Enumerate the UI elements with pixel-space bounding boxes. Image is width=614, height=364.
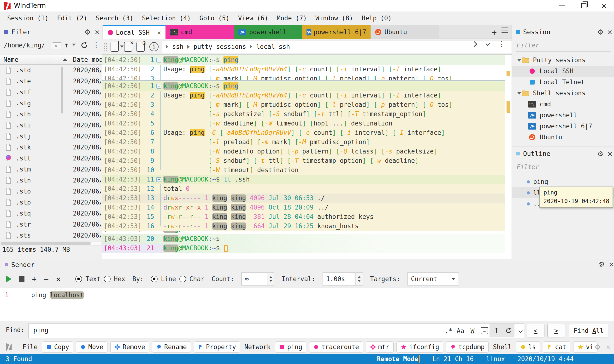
filer-column-header[interactable]: Name Date mod <box>0 55 102 65</box>
add-line-button[interactable]: + <box>32 275 36 283</box>
by-radio-char[interactable] <box>179 276 186 282</box>
command-button-cat[interactable]: cat <box>543 341 570 352</box>
column-date-modified[interactable]: Date mod <box>73 56 103 63</box>
up-directory-dropdown-icon[interactable] <box>72 44 76 46</box>
find-next-button[interactable]: > <box>547 324 565 338</box>
regex-icon[interactable]: .* <box>443 324 455 338</box>
menu-session[interactable]: Session (1) <box>4 13 52 23</box>
tab-cmd[interactable]: C:\_cmd <box>166 25 234 39</box>
new-tab-dropdown-icon[interactable] <box>120 46 124 48</box>
file-row[interactable]: .stk2020/08/ <box>0 142 102 153</box>
file-row[interactable]: .std2020/08/ <box>0 65 102 76</box>
clear-button[interactable]: × <box>56 275 61 283</box>
toolbar-close-icon[interactable]: × <box>606 343 610 351</box>
tab-ubuntu[interactable]: Ubuntu <box>371 25 439 39</box>
minimize-button[interactable] <box>554 0 571 12</box>
outline-item-ping[interactable]: ping <box>512 176 614 187</box>
session-tree-item-powershell[interactable]: ≫powershell <box>512 110 614 121</box>
restore-button[interactable] <box>575 0 592 12</box>
terminal-pane-main[interactable]: [04:42:50]1king@MACBOOK:~$ ping[04:42:50… <box>102 81 505 231</box>
menu-window[interactable]: Window (8) <box>312 13 356 23</box>
command-button-vi[interactable]: vi <box>573 341 598 352</box>
session-tree-item-cmd[interactable]: C:\_cmd <box>512 99 614 110</box>
file-row[interactable]: .str2020/06/ <box>0 219 102 230</box>
menu-mode[interactable]: Mode (7) <box>273 13 310 23</box>
file-row[interactable]: .stl2020/08/ <box>0 153 102 164</box>
terminal-more-icon[interactable]: ⋮ <box>498 40 505 48</box>
file-row[interactable]: .sts2020/06/ <box>0 230 102 241</box>
file-row[interactable]: .stm2020/08/ <box>0 164 102 175</box>
terminal-scrollbar[interactable] <box>505 55 512 259</box>
column-name[interactable]: Name <box>3 56 18 63</box>
sender-close-icon[interactable]: × <box>607 260 614 268</box>
match-case-icon[interactable]: Aa <box>455 324 466 338</box>
fold-collapse-icon[interactable] <box>156 177 161 182</box>
session-filter-input[interactable]: Filter <box>512 39 614 55</box>
session-close-icon[interactable]: × <box>606 28 614 36</box>
tab-powershell[interactable]: ≫powershell <box>234 25 302 39</box>
find-previous-button[interactable]: < <box>527 324 544 338</box>
mode-radio-text[interactable] <box>75 276 82 282</box>
file-row[interactable]: .stg2020/08/ <box>0 98 102 109</box>
sender-editor[interactable]: 1ping localhost <box>0 288 614 321</box>
command-button-ping[interactable]: ping <box>275 341 307 352</box>
session-tree-item-local-telnet[interactable]: Local Telnet <box>512 77 614 88</box>
refresh-icon[interactable] <box>80 41 88 49</box>
command-button-rename[interactable]: Rename <box>152 341 191 352</box>
in-selection-icon[interactable]: ≡ <box>478 324 490 338</box>
outline-close-icon[interactable]: × <box>606 150 614 158</box>
expand-arrow-icon[interactable] <box>517 92 521 95</box>
file-row[interactable]: .ste2020/08/ <box>0 76 102 87</box>
fold-collapse-icon[interactable] <box>156 84 161 89</box>
mode-indicator[interactable]: Remote Mode <box>377 355 420 363</box>
command-button-property[interactable]: Property <box>194 341 240 352</box>
count-stepper[interactable]: ∞ <box>241 273 274 286</box>
interval-stepper[interactable]: 1.00s <box>322 273 363 286</box>
session-tree-item-putty-sessions[interactable]: Putty sessions <box>512 55 614 66</box>
command-button-mtr[interactable]: mtr <box>366 341 394 352</box>
command-button-move[interactable]: Move <box>76 341 108 352</box>
sender-line[interactable]: 1ping localhost <box>0 290 614 300</box>
wrap-around-icon[interactable] <box>502 324 515 338</box>
send-play-button[interactable] <box>6 276 12 282</box>
os-indicator[interactable]: linux <box>486 355 505 363</box>
remove-line-button[interactable]: − <box>44 275 48 283</box>
file-row[interactable]: .stp2020/06/ <box>0 197 102 208</box>
history-icon[interactable] <box>515 324 527 338</box>
tab-powershell-6-7[interactable]: ≫powershell 6|7 <box>302 25 371 39</box>
fold-collapse-icon[interactable] <box>156 58 161 63</box>
toolbar-drag-handle[interactable] <box>104 43 107 51</box>
command-button-traceroute[interactable]: traceroute <box>309 341 363 352</box>
menu-help[interactable]: Help (0) <box>358 13 395 23</box>
info-icon[interactable]: i <box>149 42 159 51</box>
clear-path-icon[interactable]: × <box>51 42 61 49</box>
toolbar-settings-icon[interactable]: ⚙ <box>595 343 600 351</box>
breadcrumb-item[interactable]: local ssh <box>256 43 290 50</box>
by-radio-line[interactable] <box>151 276 158 282</box>
whole-word-icon[interactable]: W <box>466 324 478 338</box>
terminal-view[interactable]: [04:42:50]1king@MACBOOK:~$ ping[04:42:50… <box>102 55 512 259</box>
close-tab-icon[interactable]: × <box>157 29 161 36</box>
file-row[interactable]: .sti2020/08/ <box>0 120 102 131</box>
find-all-button[interactable]: Find All <box>569 324 608 338</box>
close-tab-icon[interactable] <box>124 42 132 52</box>
breadcrumb-item[interactable]: putty sessions <box>194 43 246 50</box>
menu-edit[interactable]: Edit (2) <box>54 13 90 23</box>
clock[interactable]: 2020/10/19 4:44 <box>517 355 574 363</box>
filer-close-icon[interactable]: × <box>93 28 101 36</box>
menu-selection[interactable]: Selection (4) <box>139 13 194 23</box>
menu-goto[interactable]: Goto (5) <box>196 13 233 23</box>
mode-radio-hex[interactable] <box>104 276 111 282</box>
session-tree-item-local-ssh[interactable]: Local SSH <box>512 66 614 77</box>
close-button[interactable]: × <box>595 0 613 12</box>
expand-arrow-icon[interactable] <box>517 59 521 62</box>
command-button-ls[interactable]: ls <box>516 341 540 352</box>
cursor-icon[interactable]: I <box>490 324 502 338</box>
search-match-marker[interactable] <box>506 71 510 76</box>
file-row[interactable]: .stf2020/08/ <box>0 87 102 98</box>
outline-settings-icon[interactable]: ⚙ <box>596 150 604 158</box>
command-button-copy[interactable]: Copy <box>42 341 73 352</box>
session-settings-icon[interactable]: ⚙ <box>596 28 604 36</box>
file-row[interactable]: .stq2020/06/ <box>0 208 102 219</box>
tab-local-ssh[interactable]: Local SSH× <box>103 25 166 39</box>
